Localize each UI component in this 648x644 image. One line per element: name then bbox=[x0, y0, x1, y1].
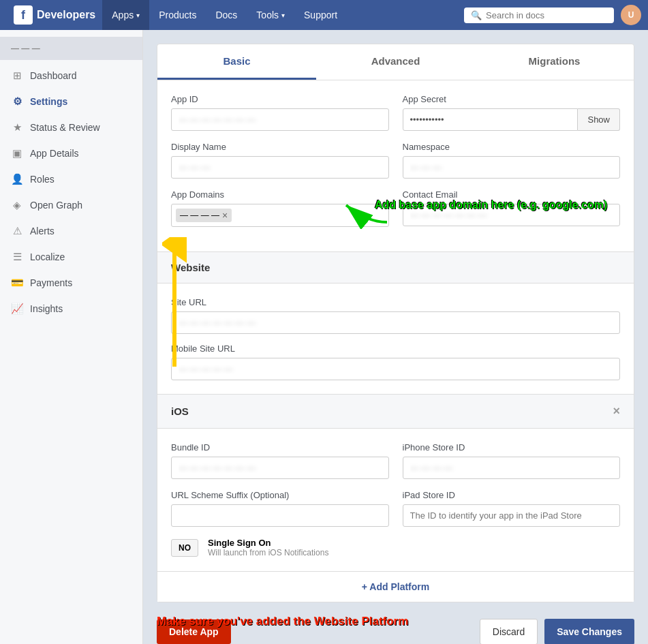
sidebar-item-localize[interactable]: ☰ Localize bbox=[0, 244, 142, 270]
discard-button[interactable]: Discard bbox=[480, 619, 538, 644]
sidebar-item-insights[interactable]: 📈 Insights bbox=[0, 296, 142, 322]
domains-email-row: App Domains — — — — × Contact Email bbox=[171, 189, 620, 227]
sidebar: — — — ⊞ Dashboard ⚙ Settings ★ Status & … bbox=[0, 30, 143, 644]
show-secret-button[interactable]: Show bbox=[578, 108, 620, 131]
iphone-store-id-input[interactable] bbox=[403, 457, 621, 479]
nav-tools[interactable]: Tools ▾ bbox=[247, 0, 294, 30]
alerts-icon: ⚠ bbox=[11, 225, 23, 237]
nav-products[interactable]: Products bbox=[149, 0, 206, 30]
ipad-store-id-group: iPad Store ID bbox=[403, 490, 621, 527]
nav-docs-label: Docs bbox=[215, 10, 237, 20]
display-name-input[interactable] bbox=[171, 156, 389, 179]
contact-email-group: Contact Email bbox=[403, 189, 621, 227]
domain-tag-text: — — — — bbox=[180, 211, 219, 220]
delete-app-button[interactable]: Delete App bbox=[157, 619, 231, 644]
bottom-bar: Delete App Discard Save Changes bbox=[157, 609, 634, 644]
app-domains-input[interactable]: — — — — × bbox=[171, 204, 389, 227]
display-name-namespace-row: Display Name Namespace bbox=[171, 142, 620, 179]
nav-products-label: Products bbox=[159, 10, 196, 20]
tab-migrations-label: Migrations bbox=[529, 55, 581, 67]
search-input[interactable] bbox=[486, 10, 607, 20]
sidebar-item-open-graph[interactable]: ◈ Open Graph bbox=[0, 192, 142, 218]
contact-email-input[interactable] bbox=[403, 204, 621, 226]
display-name-label: Display Name bbox=[171, 142, 389, 152]
sidebar-item-roles[interactable]: 👤 Roles bbox=[0, 166, 142, 192]
facebook-icon: f bbox=[14, 5, 33, 25]
sidebar-item-payments[interactable]: 💳 Payments bbox=[0, 270, 142, 296]
website-section-header: Website bbox=[157, 251, 634, 283]
namespace-group: Namespace bbox=[403, 142, 621, 179]
ios-section-title: iOS bbox=[171, 405, 189, 417]
sidebar-item-app-details[interactable]: ▣ App Details bbox=[0, 140, 142, 166]
app-details-icon: ▣ bbox=[11, 147, 23, 159]
bundle-id-group: Bundle ID bbox=[171, 442, 389, 479]
nav-apps[interactable]: Apps ▾ bbox=[102, 0, 149, 30]
open-graph-icon: ◈ bbox=[11, 199, 23, 211]
brand-logo[interactable]: f Developers bbox=[7, 5, 102, 25]
app-domains-group: App Domains — — — — × bbox=[171, 189, 389, 227]
sidebar-item-label-status: Status & Review bbox=[30, 122, 100, 133]
action-buttons: Discard Save Changes bbox=[480, 619, 634, 644]
app-id-group: App ID bbox=[171, 94, 389, 131]
tab-advanced[interactable]: Advanced bbox=[316, 44, 475, 80]
app-domains-label: App Domains bbox=[171, 189, 389, 200]
app-secret-group: App Secret Show bbox=[403, 94, 621, 131]
domain-tag-remove-button[interactable]: × bbox=[222, 210, 228, 221]
top-navigation: f Developers Apps ▾ Products Docs Tools … bbox=[0, 0, 648, 30]
user-avatar[interactable]: U bbox=[621, 5, 641, 25]
mobile-site-url-group: Mobile Site URL bbox=[171, 343, 620, 380]
single-sign-on-info: Single Sign On Will launch from iOS Noti… bbox=[208, 538, 328, 557]
sidebar-item-label-settings: Settings bbox=[30, 96, 67, 107]
tab-migrations[interactable]: Migrations bbox=[475, 44, 634, 80]
tab-basic-label: Basic bbox=[223, 55, 250, 67]
app-id-label: App ID bbox=[171, 94, 389, 104]
sidebar-item-label-open-graph: Open Graph bbox=[30, 200, 82, 211]
ios-section-header: iOS × bbox=[157, 394, 634, 429]
ipad-store-id-input[interactable] bbox=[403, 504, 621, 527]
sidebar-item-status-review[interactable]: ★ Status & Review bbox=[0, 114, 142, 140]
app-secret-input[interactable] bbox=[403, 108, 578, 131]
nav-docs[interactable]: Docs bbox=[206, 0, 247, 30]
site-url-label: Site URL bbox=[171, 297, 620, 307]
search-bar[interactable]: 🔍 bbox=[464, 7, 614, 23]
sidebar-item-label-dashboard: Dashboard bbox=[30, 70, 77, 81]
url-scheme-input[interactable] bbox=[171, 504, 389, 527]
brand-name: Developers bbox=[37, 9, 95, 21]
sidebar-item-dashboard[interactable]: ⊞ Dashboard bbox=[0, 63, 142, 89]
iphone-store-id-label: iPhone Store ID bbox=[403, 442, 621, 453]
app-id-input[interactable] bbox=[171, 108, 389, 131]
basic-form-section: App ID App Secret Show bbox=[157, 80, 634, 251]
sidebar-app-name: — — — bbox=[0, 37, 142, 60]
namespace-input[interactable] bbox=[403, 156, 621, 179]
url-scheme-label: URL Scheme Suffix (Optional) bbox=[171, 490, 389, 500]
url-scheme-group: URL Scheme Suffix (Optional) bbox=[171, 490, 389, 527]
chevron-down-icon-tools: ▾ bbox=[281, 12, 285, 19]
nav-tools-label: Tools bbox=[256, 10, 279, 20]
roles-icon: 👤 bbox=[11, 173, 23, 185]
chevron-down-icon: ▾ bbox=[136, 12, 140, 19]
mobile-site-url-input[interactable] bbox=[171, 358, 620, 380]
save-changes-button[interactable]: Save Changes bbox=[544, 619, 634, 644]
urlscheme-ipad-row: URL Scheme Suffix (Optional) iPad Store … bbox=[171, 490, 620, 527]
nav-support[interactable]: Support bbox=[294, 0, 347, 30]
website-section-title: Website bbox=[171, 262, 210, 273]
sidebar-item-label-app-details: App Details bbox=[30, 148, 79, 159]
nav-support-label: Support bbox=[304, 10, 337, 20]
insights-icon: 📈 bbox=[11, 303, 23, 315]
sidebar-item-alerts[interactable]: ⚠ Alerts bbox=[0, 218, 142, 244]
sidebar-item-settings[interactable]: ⚙ Settings bbox=[0, 89, 142, 114]
ios-section-close-button[interactable]: × bbox=[613, 404, 620, 418]
mobile-site-url-label: Mobile Site URL bbox=[171, 343, 620, 354]
tab-basic[interactable]: Basic bbox=[157, 44, 316, 80]
sidebar-item-label-alerts: Alerts bbox=[30, 226, 55, 236]
iphone-store-id-group: iPhone Store ID bbox=[403, 442, 621, 479]
domain-tag: — — — — × bbox=[176, 209, 232, 222]
site-url-input[interactable] bbox=[171, 311, 620, 334]
main-content: Basic Advanced Migrations App ID bbox=[143, 30, 648, 644]
add-platform-button[interactable]: + Add Platform bbox=[157, 571, 634, 602]
dashboard-icon: ⊞ bbox=[11, 70, 23, 82]
single-sign-on-toggle[interactable]: NO bbox=[171, 539, 198, 557]
ipad-store-id-label: iPad Store ID bbox=[403, 490, 621, 500]
namespace-label: Namespace bbox=[403, 142, 621, 152]
bundle-id-input[interactable] bbox=[171, 457, 389, 479]
